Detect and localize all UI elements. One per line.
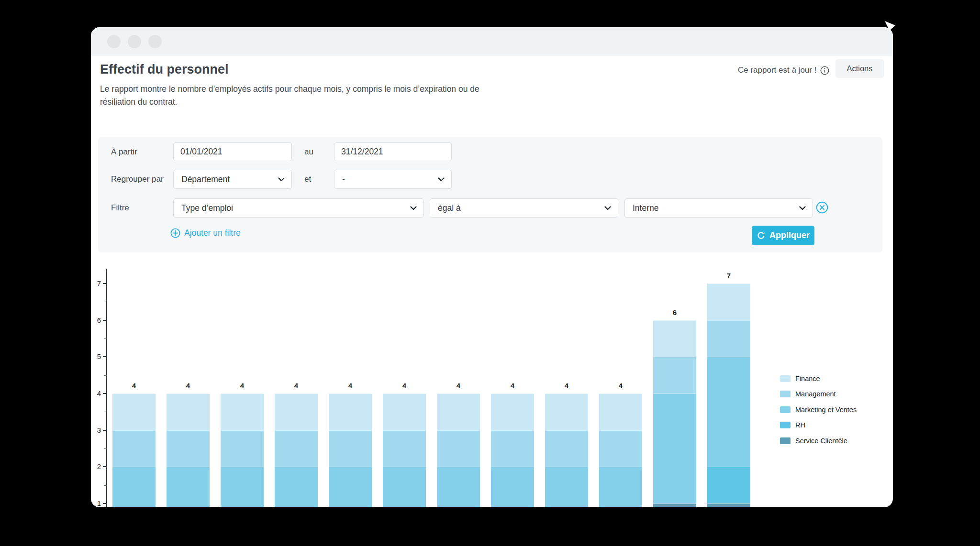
y-axis-line bbox=[106, 269, 107, 507]
bar-total-label: 4 bbox=[221, 382, 264, 390]
legend-swatch bbox=[780, 437, 791, 444]
bar-total-label: 4 bbox=[329, 382, 372, 390]
bar-segment-management[interactable] bbox=[167, 430, 210, 467]
y-axis-minor-tick bbox=[104, 448, 107, 449]
bar-segment-marketing-et-ventes[interactable] bbox=[112, 467, 156, 507]
y-axis-minor-tick bbox=[104, 412, 107, 412]
y-axis-tick bbox=[103, 393, 107, 394]
bar-segment-finance[interactable] bbox=[275, 393, 318, 430]
bar-segment-finance[interactable] bbox=[437, 393, 480, 430]
bar-segment-service-client-le[interactable] bbox=[653, 503, 696, 507]
bar-segment-service-client-le[interactable] bbox=[707, 503, 750, 507]
bar-segment-management[interactable] bbox=[545, 430, 588, 467]
y-axis-tick-label: 5 bbox=[91, 352, 101, 360]
screenshot-stage: Effectif du personnel Le rapport montre … bbox=[0, 0, 980, 546]
y-axis-minor-tick bbox=[104, 302, 107, 302]
report-window: Effectif du personnel Le rapport montre … bbox=[91, 27, 893, 507]
bar-total-label: 4 bbox=[545, 382, 588, 390]
bar-total-label: 4 bbox=[275, 382, 318, 390]
bar-segment-finance[interactable] bbox=[545, 393, 588, 430]
bar-segment-marketing-et-ventes[interactable] bbox=[437, 467, 480, 507]
bar-segment-marketing-et-ventes[interactable] bbox=[653, 393, 696, 503]
legend-label: Marketing et Ventes bbox=[795, 406, 857, 414]
y-axis-tick-label: 1 bbox=[91, 499, 101, 507]
bar-total-label: 4 bbox=[599, 382, 642, 390]
bar-total-label: 4 bbox=[383, 382, 426, 390]
y-axis-tick bbox=[103, 320, 107, 321]
legend-item: Marketing et Ventes bbox=[780, 406, 857, 414]
headcount-chart: 1234567444444444467 FinanceManagementMar… bbox=[91, 27, 893, 507]
bar-segment-marketing-et-ventes[interactable] bbox=[383, 467, 426, 507]
bar-segment-management[interactable] bbox=[437, 430, 480, 467]
legend-item: Finance bbox=[780, 375, 820, 382]
legend-label: Service Clientèle bbox=[795, 437, 847, 445]
y-axis-tick bbox=[103, 283, 107, 284]
bar-segment-management[interactable] bbox=[383, 430, 426, 467]
bar-total-label: 4 bbox=[437, 382, 480, 390]
y-axis-minor-tick bbox=[104, 485, 107, 486]
legend-swatch bbox=[780, 406, 791, 413]
bar-total-label: 4 bbox=[491, 382, 534, 390]
y-axis-minor-tick bbox=[104, 339, 107, 339]
y-axis-tick bbox=[103, 466, 107, 467]
bar-segment-management[interactable] bbox=[599, 430, 642, 467]
bar-total-label: 4 bbox=[112, 382, 156, 390]
y-axis-tick bbox=[103, 430, 107, 431]
bar-segment-management[interactable] bbox=[112, 430, 156, 467]
y-axis-minor-tick bbox=[104, 375, 107, 376]
y-axis-tick bbox=[103, 356, 107, 357]
bar-segment-finance[interactable] bbox=[653, 320, 696, 357]
bar-segment-finance[interactable] bbox=[599, 393, 642, 430]
y-axis-tick-label: 4 bbox=[91, 389, 101, 397]
bar-segment-finance[interactable] bbox=[383, 393, 426, 430]
bar-total-label: 4 bbox=[167, 382, 210, 390]
bar-segment-finance[interactable] bbox=[329, 393, 372, 430]
bar-segment-management[interactable] bbox=[707, 320, 750, 357]
bar-segment-finance[interactable] bbox=[221, 393, 264, 430]
bar-segment-management[interactable] bbox=[653, 357, 696, 393]
legend-swatch bbox=[780, 375, 791, 382]
bar-segment-marketing-et-ventes[interactable] bbox=[545, 467, 588, 507]
bar-segment-marketing-et-ventes[interactable] bbox=[491, 467, 534, 507]
legend-item: Service Clientèle bbox=[780, 437, 847, 445]
legend-label: Management bbox=[795, 390, 836, 398]
legend-swatch bbox=[780, 391, 791, 397]
legend-label: Finance bbox=[795, 375, 820, 382]
bar-segment-rh[interactable] bbox=[707, 467, 750, 503]
legend-swatch bbox=[780, 422, 791, 428]
legend-item: RH bbox=[780, 421, 805, 429]
y-axis-tick-label: 2 bbox=[91, 462, 101, 470]
bar-segment-finance[interactable] bbox=[491, 393, 534, 430]
y-axis-tick-label: 6 bbox=[91, 316, 101, 324]
bar-segment-management[interactable] bbox=[491, 430, 534, 467]
bar-total-label: 7 bbox=[707, 272, 750, 280]
bar-segment-management[interactable] bbox=[275, 430, 318, 467]
y-axis-tick-label: 3 bbox=[91, 426, 101, 434]
bar-segment-marketing-et-ventes[interactable] bbox=[167, 467, 210, 507]
bar-segment-marketing-et-ventes[interactable] bbox=[329, 467, 372, 507]
y-axis-tick-label: 7 bbox=[91, 279, 101, 287]
legend-label: RH bbox=[795, 421, 805, 429]
bar-segment-marketing-et-ventes[interactable] bbox=[707, 357, 750, 467]
bar-segment-finance[interactable] bbox=[167, 393, 210, 430]
bar-segment-management[interactable] bbox=[329, 430, 372, 467]
bar-segment-management[interactable] bbox=[221, 430, 264, 467]
y-axis-tick bbox=[103, 503, 107, 504]
bar-segment-marketing-et-ventes[interactable] bbox=[275, 467, 318, 507]
bar-segment-marketing-et-ventes[interactable] bbox=[221, 467, 264, 507]
legend-item: Management bbox=[780, 390, 836, 398]
bar-total-label: 6 bbox=[653, 308, 696, 317]
bar-segment-marketing-et-ventes[interactable] bbox=[599, 467, 642, 507]
bar-segment-finance[interactable] bbox=[707, 284, 750, 320]
bar-segment-finance[interactable] bbox=[112, 393, 156, 430]
